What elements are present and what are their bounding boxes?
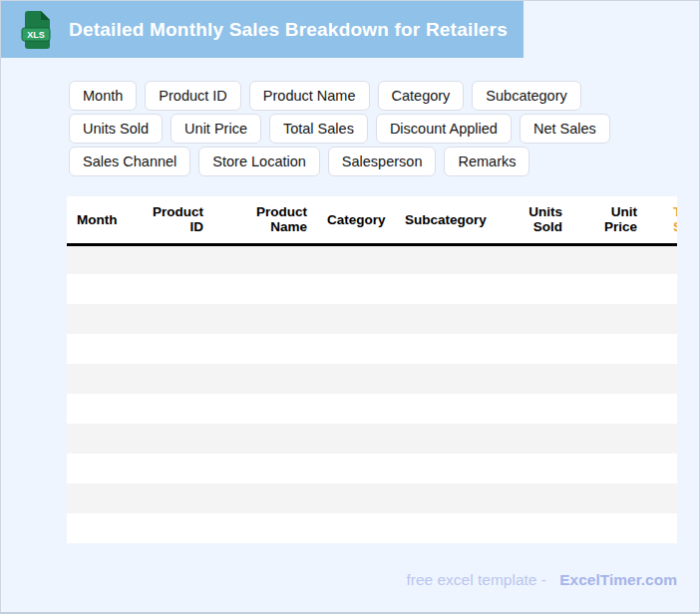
table-cell <box>572 424 647 454</box>
table-cell <box>317 304 395 334</box>
app-header: XLS Detailed Monthly Sales Breakdown for… <box>1 1 524 58</box>
table-cell <box>572 364 647 394</box>
table-cell <box>647 304 677 334</box>
table-cell <box>67 483 139 513</box>
table-header-row: Month Product ID Product Name Category S… <box>67 196 677 244</box>
table-cell <box>67 274 139 304</box>
table-cell <box>67 394 139 424</box>
page-title: Detailed Monthly Sales Breakdown for Ret… <box>69 19 508 41</box>
chip-unit-price[interactable]: Unit Price <box>171 114 261 144</box>
table-row <box>67 274 677 304</box>
table-cell <box>317 394 395 424</box>
xls-file-icon: XLS <box>21 10 53 50</box>
column-chip-list: Month Product ID Product Name Category S… <box>69 81 645 176</box>
footer: free excel template - ExcelTimer.com <box>1 571 699 589</box>
table-cell <box>67 513 139 543</box>
table-cell <box>67 334 139 364</box>
table-cell <box>213 513 317 543</box>
table-cell <box>495 424 572 454</box>
chip-salesperson[interactable]: Salesperson <box>328 147 437 176</box>
table-cell <box>495 513 572 543</box>
table-cell <box>317 513 395 543</box>
table-cell <box>67 424 139 454</box>
chip-sales-channel[interactable]: Sales Channel <box>69 147 190 176</box>
table-cell <box>213 364 317 394</box>
table-cell <box>213 274 317 304</box>
chip-product-id[interactable]: Product ID <box>145 81 241 111</box>
brand-link[interactable]: ExcelTimer.com <box>559 571 677 588</box>
table-cell <box>495 304 572 334</box>
chip-category[interactable]: Category <box>378 81 465 111</box>
table-cell <box>213 394 317 424</box>
table-cell <box>139 244 213 274</box>
table-cell <box>395 304 495 334</box>
chip-units-sold[interactable]: Units Sold <box>69 114 163 144</box>
table-cell <box>395 454 495 483</box>
table-row <box>67 454 677 483</box>
sales-table: Month Product ID Product Name Category S… <box>67 196 677 543</box>
table-cell <box>647 244 677 274</box>
sales-table-preview: Month Product ID Product Name Category S… <box>67 196 677 543</box>
chip-discount-applied[interactable]: Discount Applied <box>376 114 512 144</box>
table-cell <box>67 364 139 394</box>
chip-total-sales[interactable]: Total Sales <box>269 114 368 144</box>
chip-net-sales[interactable]: Net Sales <box>520 114 610 144</box>
table-cell <box>317 274 395 304</box>
table-cell <box>647 483 677 513</box>
table-cell <box>495 454 572 483</box>
table-cell <box>572 304 647 334</box>
table-cell <box>572 483 647 513</box>
table-cell <box>395 364 495 394</box>
table-cell <box>317 244 395 274</box>
table-cell <box>572 334 647 364</box>
table-cell <box>395 424 495 454</box>
table-cell <box>139 483 213 513</box>
table-row <box>67 394 677 424</box>
table-cell <box>213 334 317 364</box>
chip-store-location[interactable]: Store Location <box>198 147 320 176</box>
table-cell <box>213 244 317 274</box>
chip-remarks[interactable]: Remarks <box>444 147 529 176</box>
column-header-subcategory: Subcategory <box>395 196 495 244</box>
table-row <box>67 364 677 394</box>
table-cell <box>647 394 677 424</box>
table-cell <box>395 274 495 304</box>
table-cell <box>139 454 213 483</box>
column-header-product-name: Product Name <box>213 196 317 244</box>
table-cell <box>213 483 317 513</box>
table-cell <box>213 424 317 454</box>
table-cell <box>495 334 572 364</box>
table-row <box>67 334 677 364</box>
table-cell <box>317 454 395 483</box>
chip-month[interactable]: Month <box>69 81 137 111</box>
table-cell <box>647 513 677 543</box>
table-row <box>67 244 677 274</box>
table-cell <box>395 513 495 543</box>
table-cell <box>67 244 139 274</box>
table-cell <box>317 364 395 394</box>
table-cell <box>495 364 572 394</box>
table-row <box>67 483 677 513</box>
footer-caption: free excel template - <box>406 571 545 588</box>
table-cell <box>139 394 213 424</box>
table-row <box>67 304 677 334</box>
table-row <box>67 424 677 454</box>
table-body <box>67 244 677 543</box>
table-cell <box>572 394 647 424</box>
table-cell <box>213 454 317 483</box>
table-cell <box>647 334 677 364</box>
table-cell <box>647 274 677 304</box>
chip-subcategory[interactable]: Subcategory <box>472 81 580 111</box>
chip-product-name[interactable]: Product Name <box>249 81 370 111</box>
table-cell <box>647 424 677 454</box>
table-cell <box>647 364 677 394</box>
page: XLS Detailed Monthly Sales Breakdown for… <box>0 0 700 614</box>
table-cell <box>139 513 213 543</box>
table-cell <box>139 334 213 364</box>
column-header-product-id: Product ID <box>139 196 213 244</box>
column-header-month: Month <box>67 196 139 244</box>
table-cell <box>139 364 213 394</box>
table-cell <box>317 483 395 513</box>
table-cell <box>495 394 572 424</box>
table-cell <box>495 244 572 274</box>
